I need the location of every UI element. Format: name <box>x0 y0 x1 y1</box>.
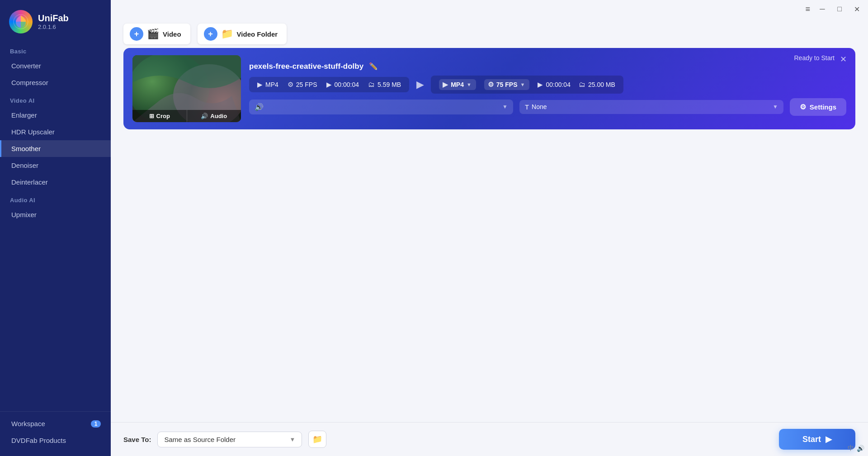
audio-track-select[interactable]: 🔊 ▼ <box>249 100 513 114</box>
dest-size-item: 🗂 25.00 MB <box>579 81 615 88</box>
sidebar-item-compressor-label: Compressor <box>11 79 48 86</box>
subtitle-icon: T <box>525 103 529 111</box>
edit-title-icon[interactable]: ✏️ <box>369 62 378 71</box>
subtitle-select[interactable]: T None ▼ <box>519 100 783 114</box>
video-ai-section-label: Video AI <box>0 91 111 107</box>
workspace-badge: 1 <box>91 420 101 428</box>
sidebar-item-compressor[interactable]: Compressor <box>0 74 111 91</box>
source-format-item: ▶ MP4 <box>257 81 278 89</box>
close-button[interactable]: ✕ <box>852 4 862 14</box>
sidebar-item-denoiser[interactable]: Denoiser <box>0 157 111 174</box>
basic-section-label: Basic <box>0 42 111 57</box>
dest-duration-icon: ▶ <box>538 81 543 89</box>
dest-fps: 75 FPS <box>496 81 518 88</box>
sidebar-item-denoiser-label: Denoiser <box>11 162 38 169</box>
card-close-button[interactable]: ✕ <box>837 53 849 65</box>
dest-fps-select[interactable]: ⚙ 75 FPS ▼ <box>484 79 530 90</box>
tray-icon-1: 中 <box>848 444 854 452</box>
sidebar-item-workspace[interactable]: Workspace 1 <box>0 415 111 432</box>
add-folder-plus-icon: + <box>204 27 217 41</box>
main-area: ≡ ─ □ ✕ + 🎬 Video + 📁 Video Folder Ready… <box>111 0 868 456</box>
start-button[interactable]: Start ▶ <box>779 429 855 450</box>
dest-duration-item: ▶ 00:00:04 <box>538 81 571 89</box>
app-version: 2.0.1.6 <box>38 24 69 30</box>
start-arrow-icon: ▶ <box>826 434 832 444</box>
tray-icon-2: 🔊 <box>857 445 864 452</box>
duration-icon: ▶ <box>326 81 332 89</box>
video-card: Ready to Start ✕ <box>123 48 855 129</box>
sidebar-item-upmixer-label: Upmixer <box>11 211 37 218</box>
titlebar: ≡ ─ □ ✕ <box>111 0 868 18</box>
settings-gear-icon: ⚙ <box>800 103 806 111</box>
add-video-plus-icon: + <box>130 27 143 41</box>
save-to-dropdown[interactable]: Same as Source Folder ▼ <box>157 432 302 447</box>
sidebar-item-converter[interactable]: Converter <box>0 57 111 74</box>
sidebar: UniFab 2.0.1.6 Basic Converter Compresso… <box>0 0 111 456</box>
audio-ai-section-label: Audio AI <box>0 190 111 206</box>
video-controls-row: 🔊 ▼ T None ▼ ⚙ Settings <box>249 98 846 116</box>
sidebar-item-converter-label: Converter <box>11 62 41 70</box>
video-thumbnail: ⊞ Crop 🔊 Audio <box>132 55 241 122</box>
subtitle-label: None <box>532 103 547 110</box>
sidebar-item-hdr-upscaler[interactable]: HDR Upscaler <box>0 124 111 140</box>
app-logo <box>9 10 33 33</box>
folder-icon: 📁 <box>221 29 233 39</box>
dest-fps-icon: ⚙ <box>488 81 494 89</box>
dest-duration: 00:00:04 <box>546 81 571 88</box>
dest-fps-arrow: ▼ <box>520 82 525 87</box>
logo-area: UniFab 2.0.1.6 <box>0 0 111 42</box>
audio-select-icon: 🔊 <box>255 103 264 111</box>
source-format: MP4 <box>265 81 278 88</box>
add-video-folder-label: Video Folder <box>237 30 278 38</box>
add-video-folder-button[interactable]: + 📁 Video Folder <box>198 24 287 44</box>
add-video-button[interactable]: + 🎬 Video <box>123 24 190 44</box>
audio-button[interactable]: 🔊 Audio <box>187 110 241 122</box>
dest-format-select[interactable]: ▶ MP4 ▼ <box>439 79 476 90</box>
dest-size-icon: 🗂 <box>579 81 585 88</box>
crop-button[interactable]: ⊞ Crop <box>132 110 187 122</box>
system-tray: 中 🔊 <box>848 444 864 452</box>
source-duration-item: ▶ 00:00:04 <box>326 81 359 89</box>
sidebar-item-dvdfab[interactable]: DVDFab Products <box>0 432 111 449</box>
minimize-button[interactable]: ─ <box>817 4 827 14</box>
save-to-option: Same as Source Folder <box>164 436 236 443</box>
dest-play-icon: ▶ <box>443 81 448 89</box>
crop-icon: ⊞ <box>149 113 154 119</box>
hamburger-button[interactable]: ≡ <box>805 5 810 14</box>
add-video-label: Video <box>163 30 181 38</box>
video-info: pexels-free-creative-stuff-dolby ✏️ ▶ MP… <box>249 62 846 116</box>
toolbar: + 🎬 Video + 📁 Video Folder <box>111 18 868 48</box>
sidebar-item-hdr-label: HDR Upscaler <box>11 128 55 136</box>
sidebar-item-smoother-label: Smoother <box>11 145 41 152</box>
sidebar-item-deinterlacer-label: Deinterlacer <box>11 178 48 186</box>
app-name: UniFab <box>38 13 69 24</box>
settings-button[interactable]: ⚙ Settings <box>790 98 846 116</box>
audio-select-arrow: ▼ <box>502 104 508 110</box>
size-icon: 🗂 <box>368 81 375 88</box>
sidebar-item-upmixer[interactable]: Upmixer <box>0 206 111 223</box>
thumbnail-controls: ⊞ Crop 🔊 Audio <box>132 110 241 122</box>
video-title: pexels-free-creative-stuff-dolby <box>249 62 363 71</box>
source-size: 5.59 MB <box>377 81 401 88</box>
sidebar-item-smoother[interactable]: Smoother <box>0 140 111 157</box>
video-folder-icon: 🎬 <box>147 29 159 39</box>
browse-folder-button[interactable]: 📁 <box>308 431 326 448</box>
sidebar-item-enlarger-label: Enlarger <box>11 111 37 119</box>
dest-format: MP4 <box>451 81 464 88</box>
start-label: Start <box>802 435 821 444</box>
source-size-item: 🗂 5.59 MB <box>368 81 401 88</box>
sidebar-item-enlarger[interactable]: Enlarger <box>0 107 111 124</box>
sidebar-item-deinterlacer[interactable]: Deinterlacer <box>0 174 111 190</box>
source-duration: 00:00:04 <box>335 81 359 88</box>
subtitle-select-arrow: ▼ <box>773 104 778 110</box>
maximize-button[interactable]: □ <box>835 4 844 14</box>
video-title-row: pexels-free-creative-stuff-dolby ✏️ <box>249 62 846 71</box>
browse-folder-icon: 📁 <box>312 434 322 444</box>
dest-size: 25.00 MB <box>588 81 615 88</box>
source-fps: 25 FPS <box>296 81 317 88</box>
source-fps-item: ⚙ 25 FPS <box>288 81 317 89</box>
save-to-label: Save To: <box>123 436 151 443</box>
dest-format-arrow: ▼ <box>467 82 472 87</box>
sidebar-item-workspace-label: Workspace <box>11 420 45 428</box>
sidebar-bottom: Workspace 1 DVDFab Products <box>0 408 111 449</box>
